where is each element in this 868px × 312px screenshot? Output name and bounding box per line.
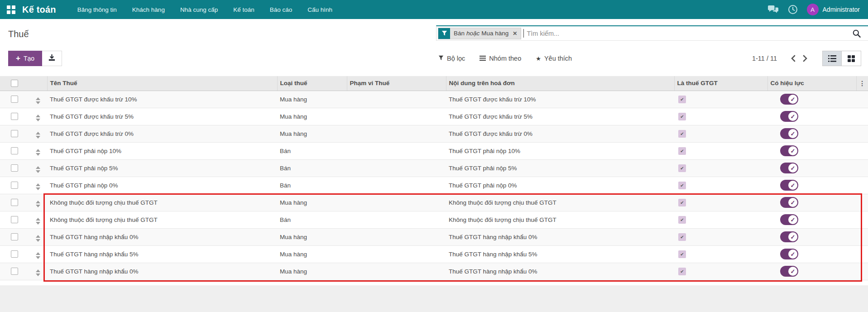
row-checkbox[interactable]: [11, 164, 18, 172]
cell-invoice-label[interactable]: Thuế GTGT được khấu trừ 10%: [446, 91, 674, 108]
active-toggle[interactable]: [780, 266, 798, 277]
cell-tax-name[interactable]: Thuế GTGT phải nộp 5%: [47, 159, 277, 177]
cell-active[interactable]: [767, 263, 856, 280]
column-header-invoice-label[interactable]: Nội dung trên hoá đơn: [446, 76, 674, 91]
vat-checkbox[interactable]: [678, 164, 686, 172]
column-header-name[interactable]: Tên Thuế: [47, 76, 277, 91]
cell-tax-scope[interactable]: [347, 125, 446, 142]
table-row[interactable]: Thuế GTGT hàng nhập khẩu 0% Mua hàng Thu…: [0, 263, 868, 280]
cell-is-vat[interactable]: [674, 108, 767, 125]
cell-tax-scope[interactable]: [347, 228, 446, 245]
cell-tax-name[interactable]: Thuế GTGT hàng nhập khẩu 0%: [47, 263, 277, 280]
cell-tax-scope[interactable]: [347, 108, 446, 125]
active-toggle[interactable]: [780, 94, 798, 105]
drag-handle-icon[interactable]: [36, 252, 40, 259]
cell-invoice-label[interactable]: Thuế GTGT được khấu trừ 0%: [446, 125, 674, 142]
cell-tax-scope[interactable]: [347, 263, 446, 280]
active-toggle[interactable]: [780, 145, 798, 156]
cell-is-vat[interactable]: [674, 263, 767, 280]
cell-tax-name[interactable]: Không thuộc đối tượng chịu thuế GTGT: [47, 194, 277, 211]
cell-invoice-label[interactable]: Thuế GTGT phải nộp 0%: [446, 177, 674, 194]
vat-checkbox[interactable]: [678, 216, 686, 224]
cell-is-vat[interactable]: [674, 125, 767, 142]
cell-tax-scope[interactable]: [347, 91, 446, 108]
drag-handle-icon[interactable]: [36, 132, 40, 139]
active-toggle[interactable]: [780, 163, 798, 173]
drag-handle-icon[interactable]: [36, 218, 40, 225]
groupby-button[interactable]: Nhóm theo: [480, 55, 521, 62]
vat-checkbox[interactable]: [678, 96, 686, 103]
kanban-view-button[interactable]: [842, 51, 861, 66]
table-row[interactable]: Thuế GTGT được khấu trừ 5% Mua hàng Thuế…: [0, 108, 868, 125]
list-view-button[interactable]: [822, 51, 842, 66]
row-checkbox[interactable]: [11, 96, 18, 103]
active-toggle[interactable]: [780, 214, 798, 225]
cell-is-vat[interactable]: [674, 194, 767, 211]
drag-handle-icon[interactable]: [36, 183, 40, 190]
vat-checkbox[interactable]: [678, 199, 686, 206]
search-input[interactable]: [524, 30, 852, 37]
vat-checkbox[interactable]: [678, 250, 686, 258]
cell-tax-type[interactable]: Bán: [277, 211, 347, 228]
cell-active[interactable]: [767, 108, 856, 125]
cell-active[interactable]: [767, 211, 856, 228]
cell-is-vat[interactable]: [674, 228, 767, 245]
cell-active[interactable]: [767, 159, 856, 177]
cell-active[interactable]: [767, 142, 856, 159]
vat-checkbox[interactable]: [678, 268, 686, 275]
nav-item-vendors[interactable]: Nhà cung cấp: [173, 0, 225, 19]
user-menu[interactable]: A Administrator: [807, 4, 860, 15]
cell-tax-name[interactable]: Thuế GTGT hàng nhập khẩu 5%: [47, 245, 277, 263]
favorites-button[interactable]: ★ Yêu thích: [536, 55, 572, 62]
cell-invoice-label[interactable]: Không thuộc đối tượng chịu thuế GTGT: [446, 211, 674, 228]
active-toggle[interactable]: [780, 180, 798, 191]
pager-previous-icon[interactable]: [787, 53, 799, 64]
table-row[interactable]: Không thuộc đối tượng chịu thuế GTGT Mua…: [0, 194, 868, 211]
cell-invoice-label[interactable]: Thuế GTGT hàng nhập khẩu 0%: [446, 263, 674, 280]
cell-active[interactable]: [767, 125, 856, 142]
column-header-active[interactable]: Có hiệu lực: [767, 76, 856, 91]
table-row[interactable]: Thuế GTGT phải nộp 0% Bán Thuế GTGT phải…: [0, 177, 868, 194]
cell-tax-type[interactable]: Mua hàng: [277, 245, 347, 263]
cell-tax-type[interactable]: Mua hàng: [277, 91, 347, 108]
row-checkbox[interactable]: [11, 130, 18, 137]
cell-tax-name[interactable]: Thuế GTGT phải nộp 0%: [47, 177, 277, 194]
active-toggle[interactable]: [780, 197, 798, 208]
cell-tax-type[interactable]: Bán: [277, 142, 347, 159]
table-row[interactable]: Thuế GTGT được khấu trừ 10% Mua hàng Thu…: [0, 91, 868, 108]
cell-tax-scope[interactable]: [347, 211, 446, 228]
row-checkbox[interactable]: [11, 216, 18, 223]
column-header-type[interactable]: Loại thuế: [277, 76, 347, 91]
drag-handle-icon[interactable]: [36, 166, 40, 173]
drag-handle-icon[interactable]: [36, 235, 40, 242]
column-header-scope[interactable]: Phạm vi Thuế: [347, 76, 446, 91]
cell-tax-type[interactable]: Mua hàng: [277, 194, 347, 211]
cell-invoice-label[interactable]: Không thuộc đối tượng chịu thuế GTGT: [446, 194, 674, 211]
activity-clock-icon[interactable]: [788, 5, 798, 14]
optional-columns-dots-icon[interactable]: [859, 80, 865, 87]
cell-tax-type[interactable]: Mua hàng: [277, 125, 347, 142]
row-checkbox[interactable]: [11, 268, 18, 275]
vat-checkbox[interactable]: [678, 130, 686, 138]
vat-checkbox[interactable]: [678, 182, 686, 189]
active-toggle[interactable]: [780, 128, 798, 139]
cell-active[interactable]: [767, 245, 856, 263]
search-icon[interactable]: [852, 29, 861, 38]
table-row[interactable]: Thuế GTGT hàng nhập khẩu 5% Mua hàng Thu…: [0, 245, 868, 263]
vat-checkbox[interactable]: [678, 113, 686, 120]
create-button[interactable]: Tạo: [8, 51, 42, 66]
drag-handle-icon[interactable]: [36, 115, 40, 121]
cell-active[interactable]: [767, 177, 856, 194]
row-checkbox[interactable]: [11, 199, 18, 206]
cell-tax-scope[interactable]: [347, 159, 446, 177]
pager-next-icon[interactable]: [799, 53, 811, 64]
cell-invoice-label[interactable]: Thuế GTGT phải nộp 5%: [446, 159, 674, 177]
nav-item-reports[interactable]: Báo cáo: [262, 0, 300, 19]
drag-handle-icon[interactable]: [36, 97, 40, 104]
cell-invoice-label[interactable]: Thuế GTGT hàng nhập khẩu 0%: [446, 228, 674, 245]
drag-handle-icon[interactable]: [36, 149, 40, 156]
cell-is-vat[interactable]: [674, 177, 767, 194]
cell-invoice-label[interactable]: Thuế GTGT được khấu trừ 5%: [446, 108, 674, 125]
cell-is-vat[interactable]: [674, 211, 767, 228]
cell-tax-scope[interactable]: [347, 177, 446, 194]
